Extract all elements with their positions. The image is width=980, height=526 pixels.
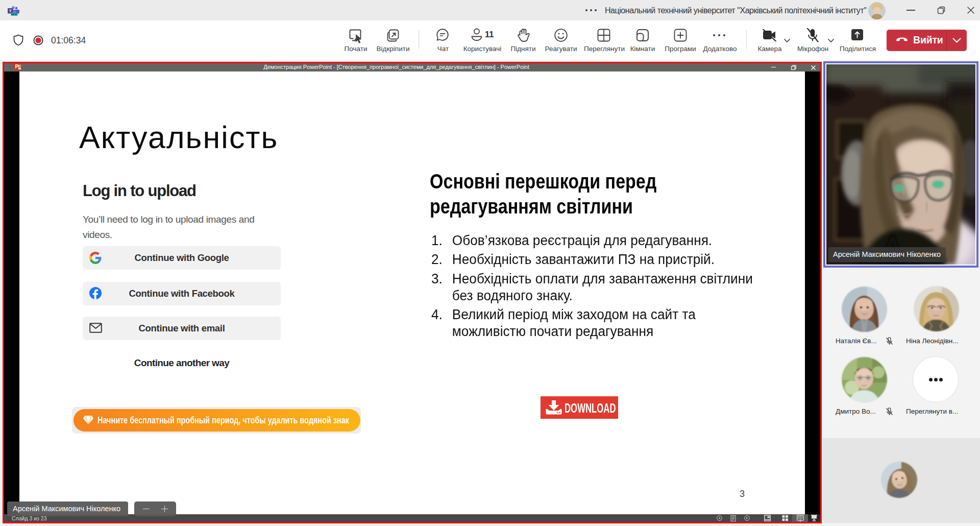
svg-text:NEW: NEW — [11, 13, 17, 16]
